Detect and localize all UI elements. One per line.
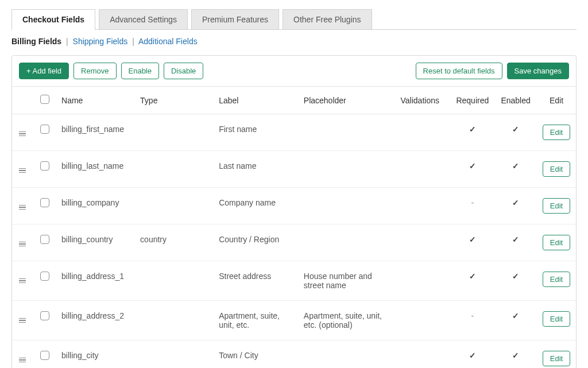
row-checkbox[interactable] (40, 161, 49, 171)
cell-label: Last name (214, 151, 299, 188)
cell-required: ✓ (450, 151, 494, 188)
row-checkbox[interactable] (40, 351, 49, 360)
cell-required: - (450, 301, 494, 340)
check-icon: ✓ (469, 125, 476, 134)
row-checkbox[interactable] (40, 198, 49, 207)
edit-button[interactable]: Edit (543, 272, 570, 287)
check-icon: ✓ (512, 235, 519, 244)
cell-label: Country / Region (214, 224, 299, 261)
edit-button[interactable]: Edit (543, 125, 570, 140)
save-button[interactable]: Save changes (507, 63, 569, 79)
cell-type (136, 261, 214, 301)
check-icon: ✓ (469, 161, 476, 171)
check-icon: ✓ (469, 272, 476, 281)
cell-name: billing_country (57, 224, 136, 261)
row-checkbox[interactable] (40, 272, 49, 281)
cell-required: ✓ (450, 261, 494, 301)
tab-other-free-plugins[interactable]: Other Free Plugins (283, 9, 372, 29)
top-tabs: Checkout Fields Advanced Settings Premiu… (11, 9, 577, 30)
cell-required: ✓ (450, 340, 494, 369)
check-icon: ✓ (512, 311, 519, 320)
drag-handle-icon[interactable] (19, 241, 26, 247)
cell-type: country (136, 224, 214, 261)
column-validations: Validations (396, 87, 451, 114)
select-all-checkbox[interactable] (40, 95, 49, 104)
cell-type (136, 340, 214, 369)
drag-handle-icon[interactable] (19, 130, 26, 137)
cell-placeholder (299, 340, 396, 369)
row-checkbox[interactable] (40, 125, 49, 134)
add-field-button[interactable]: + Add field (19, 63, 69, 79)
cell-validations (396, 188, 451, 224)
drag-handle-icon[interactable] (19, 317, 26, 323)
column-required: Required (450, 87, 494, 114)
cell-label: Apartment, suite, unit, etc. (214, 301, 299, 340)
drag-handle-icon[interactable] (19, 204, 26, 210)
tab-checkout-fields[interactable]: Checkout Fields (11, 9, 95, 29)
toolbar: + Add field Remove Enable Disable Reset … (12, 56, 576, 87)
edit-button[interactable]: Edit (543, 198, 570, 214)
cell-label: Street address (214, 261, 299, 301)
drag-handle-icon[interactable] (19, 357, 26, 363)
edit-button[interactable]: Edit (543, 311, 570, 327)
subnav-shipping[interactable]: Shipping Fields (73, 37, 128, 46)
edit-button[interactable]: Edit (543, 235, 570, 250)
cell-validations (396, 261, 451, 301)
disable-button[interactable]: Disable (164, 63, 203, 79)
cell-required: ✓ (450, 224, 494, 261)
check-icon: ✓ (512, 351, 519, 360)
cell-label: Town / City (214, 340, 299, 369)
cell-label: First name (214, 114, 299, 151)
check-icon: ✓ (469, 235, 476, 244)
table-row: billing_cityTown / City✓✓Edit (12, 340, 576, 369)
reset-button[interactable]: Reset to default fields (416, 63, 502, 79)
cell-type (136, 188, 214, 224)
edit-button[interactable]: Edit (543, 161, 570, 177)
cell-type (136, 151, 214, 188)
drag-handle-icon[interactable] (19, 167, 26, 173)
subnav-billing[interactable]: Billing Fields (11, 37, 61, 46)
cell-validations (396, 224, 451, 261)
column-placeholder: Placeholder (299, 87, 396, 114)
cell-enabled: ✓ (494, 301, 537, 340)
tab-advanced-settings[interactable]: Advanced Settings (99, 9, 188, 29)
cell-placeholder: House number and street name (299, 261, 396, 301)
cell-placeholder (299, 188, 396, 224)
cell-validations (396, 151, 451, 188)
fields-table: Name Type Label Placeholder Validations … (12, 87, 576, 368)
cell-required: - (450, 188, 494, 224)
field-group-nav: Billing Fields | Shipping Fields | Addit… (11, 37, 577, 46)
row-checkbox[interactable] (40, 235, 49, 244)
cell-name: billing_city (57, 340, 136, 369)
subnav-additional[interactable]: Additional Fields (138, 37, 198, 46)
check-icon: ✓ (512, 272, 519, 281)
check-icon: ✓ (512, 125, 519, 134)
check-icon: ✓ (469, 351, 476, 360)
drag-handle-icon[interactable] (19, 277, 26, 284)
cell-enabled: ✓ (494, 114, 537, 151)
cell-name: billing_last_name (57, 151, 136, 188)
cell-name: billing_first_name (57, 114, 136, 151)
cell-label: Company name (214, 188, 299, 224)
cell-name: billing_address_2 (57, 301, 136, 340)
edit-button[interactable]: Edit (543, 351, 570, 366)
cell-validations (396, 340, 451, 369)
dash-icon: - (471, 198, 474, 207)
enable-button[interactable]: Enable (121, 63, 159, 79)
cell-validations (396, 114, 451, 151)
column-type: Type (136, 87, 214, 114)
column-edit: Edit (537, 87, 576, 114)
table-row: billing_last_nameLast name✓✓Edit (12, 151, 576, 188)
check-icon: ✓ (512, 198, 519, 207)
cell-type (136, 114, 214, 151)
table-row: billing_address_2Apartment, suite, unit,… (12, 301, 576, 340)
row-checkbox[interactable] (40, 311, 49, 320)
tab-premium-features[interactable]: Premium Features (191, 9, 279, 29)
cell-name: billing_address_1 (57, 261, 136, 301)
column-enabled: Enabled (494, 87, 537, 114)
cell-enabled: ✓ (494, 151, 537, 188)
cell-enabled: ✓ (494, 340, 537, 369)
column-name: Name (57, 87, 136, 114)
check-icon: ✓ (512, 161, 519, 171)
remove-button[interactable]: Remove (74, 63, 116, 79)
